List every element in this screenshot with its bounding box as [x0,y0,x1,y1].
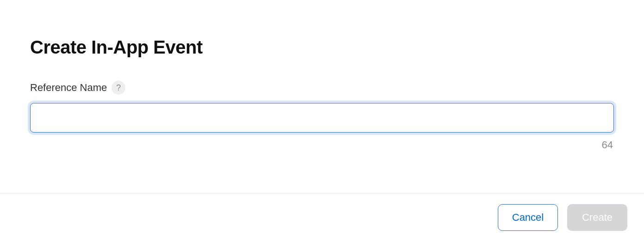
help-icon[interactable]: ? [111,81,125,95]
reference-name-field-group: Reference Name ? 64 [30,81,614,151]
reference-name-input[interactable] [30,103,614,133]
dialog-title: Create In-App Event [30,37,614,58]
footer-divider [0,193,644,194]
dialog-body: Create In-App Event Reference Name ? 64 [0,0,644,151]
input-wrapper [30,103,614,133]
char-count: 64 [30,139,614,151]
create-button[interactable]: Create [567,204,627,231]
cancel-button[interactable]: Cancel [498,204,558,231]
reference-name-label: Reference Name [30,82,107,94]
dialog-footer: Cancel Create [498,204,627,231]
field-label-row: Reference Name ? [30,81,614,95]
